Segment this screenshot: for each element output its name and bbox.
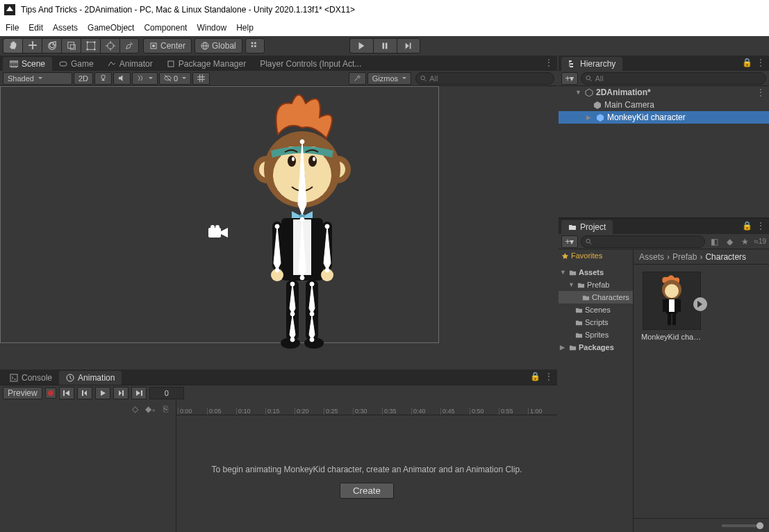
lighting-toggle-button[interactable] [94,72,112,85]
tab-animation[interactable]: Animation [59,371,122,385]
custom-tool-button[interactable] [119,38,139,53]
tab-context-icon[interactable]: ⋮ [545,372,553,381]
menu-edit[interactable]: Edit [28,23,43,33]
tab-package-manager[interactable]: Package Manager [160,57,253,71]
crumb-assets[interactable]: Assets [639,252,664,262]
scene-search[interactable] [415,72,554,85]
menu-help[interactable]: Help [236,23,254,33]
sprites-folder[interactable]: Sprites [559,329,633,341]
prev-keyframe-button[interactable] [77,387,92,399]
scenes-folder[interactable]: Scenes [559,304,633,316]
packages-folder[interactable]: ▶Packages [559,341,633,354]
scale-tool-button[interactable] [61,38,81,53]
prefab-folder[interactable]: ▼Prefab [559,279,633,291]
scene-row[interactable]: ▼ 2DAnimation* ⋮ [559,86,769,99]
hierarchy-search-input[interactable] [595,74,761,83]
menu-gameobject[interactable]: GameObject [88,23,134,33]
svg-rect-16 [254,45,256,47]
menu-file[interactable]: File [6,23,19,33]
crumb-characters[interactable]: Characters [705,252,746,262]
tab-context-icon[interactable]: ⋮ [545,58,553,67]
rect-tool-button[interactable] [81,38,100,53]
characters-folder[interactable]: Characters [559,291,633,304]
play-button[interactable] [349,38,373,53]
hidden-objects-button[interactable]: 0 [159,72,191,85]
tab-project[interactable]: Project [561,220,613,234]
menu-component[interactable]: Component [144,23,187,33]
rotate-tool-button[interactable] [42,38,61,53]
move-tool-button[interactable] [22,38,42,53]
lock-icon[interactable]: 🔒 [742,221,752,231]
fx-toggle-button[interactable] [132,72,158,85]
thumbnail-size-slider[interactable] [722,524,763,527]
pivot-rotation-button[interactable]: Global [195,38,242,53]
tab-input-actions[interactable]: Player Controls (Input Act... [253,57,368,71]
crumb-prefab[interactable]: Prefab [672,252,697,262]
create-animation-button[interactable]: Create [340,483,394,499]
filter-button[interactable]: ⎘ [159,403,172,415]
filter-type-button[interactable]: ◧ [708,235,720,248]
project-search-input[interactable] [595,238,700,246]
hand-tool-button[interactable] [3,38,22,53]
pivot-mode-label: Center [160,41,185,51]
2d-toggle-button[interactable]: 2D [74,72,93,85]
pause-button[interactable] [373,38,397,53]
first-keyframe-button[interactable] [59,387,74,399]
audio-toggle-button[interactable] [113,72,131,85]
next-keyframe-button[interactable] [113,387,129,399]
save-search-button[interactable]: ★ [738,235,751,248]
tab-console[interactable]: Console [3,371,59,385]
main-toolbar: Center Global [0,36,769,56]
favorites-row[interactable]: Favorites [559,249,633,262]
filter-label-button[interactable]: ◆ [723,235,736,248]
svg-rect-13 [251,42,253,44]
character-sprite[interactable] [236,93,368,369]
pivot-mode-button[interactable]: Center [143,38,192,53]
scene-search-input[interactable] [429,74,549,83]
preview-button[interactable]: Preview [3,387,42,399]
svg-marker-101 [594,101,601,109]
tab-context-icon[interactable]: ⋮ [756,221,765,231]
record-button[interactable] [45,388,56,399]
play-preview-button[interactable] [693,297,707,311]
project-search[interactable] [581,235,705,248]
hidden-packages-button[interactable]: 19 [754,235,766,248]
step-button[interactable] [397,38,420,53]
project-tabstrip: Project 🔒⋮ [559,219,769,234]
timeline-ruler[interactable]: 0:000:050:100:150:200:250:300:350:400:45… [176,400,557,415]
scene-viewport[interactable] [0,86,557,369]
grid-toggle-button[interactable] [192,72,210,85]
gameobject-monkeykid[interactable]: ▶ MonkeyKid character [559,111,769,124]
hierarchy-search[interactable] [581,72,766,85]
camera-settings-button[interactable] [349,72,366,85]
tab-animator[interactable]: Animator [101,57,160,71]
tab-scene[interactable]: Scene [3,57,52,71]
create-asset-button[interactable]: +▾ [561,235,578,248]
context-icon[interactable]: ⋮ [756,88,765,97]
tab-context-icon[interactable]: ⋮ [756,58,765,67]
scene-toolbar: Shaded 2D 0 Gizmos [0,71,557,86]
create-button[interactable]: +▾ [561,72,578,85]
shading-mode-dropdown[interactable]: Shaded [3,72,72,85]
menu-window[interactable]: Window [197,23,226,33]
lock-icon[interactable]: 🔒 [742,58,752,67]
tab-game[interactable]: Game [52,57,101,71]
svg-point-7 [93,49,95,51]
gameobject-camera[interactable]: Main Camera [559,99,769,111]
snap-button[interactable] [245,38,265,53]
lock-icon[interactable]: 🔒 [530,372,540,381]
assets-folder[interactable]: ▼Assets [559,266,633,279]
gizmos-dropdown[interactable]: Gizmos [367,72,411,85]
frame-input[interactable] [149,387,184,399]
asset-monkeykid[interactable]: MonkeyKid chara... [640,272,703,341]
svg-point-99 [586,76,590,80]
tab-hierarchy[interactable]: Hierarchy [561,57,622,71]
svg-marker-105 [562,252,568,258]
menu-assets[interactable]: Assets [53,23,78,33]
transform-tool-button[interactable] [100,38,119,53]
play-anim-button[interactable] [95,387,110,399]
add-event-button[interactable]: ◆₊ [144,403,156,415]
add-keyframe-button[interactable]: ◇ [129,403,141,415]
last-keyframe-button[interactable] [131,387,147,399]
scripts-folder[interactable]: Scripts [559,316,633,329]
